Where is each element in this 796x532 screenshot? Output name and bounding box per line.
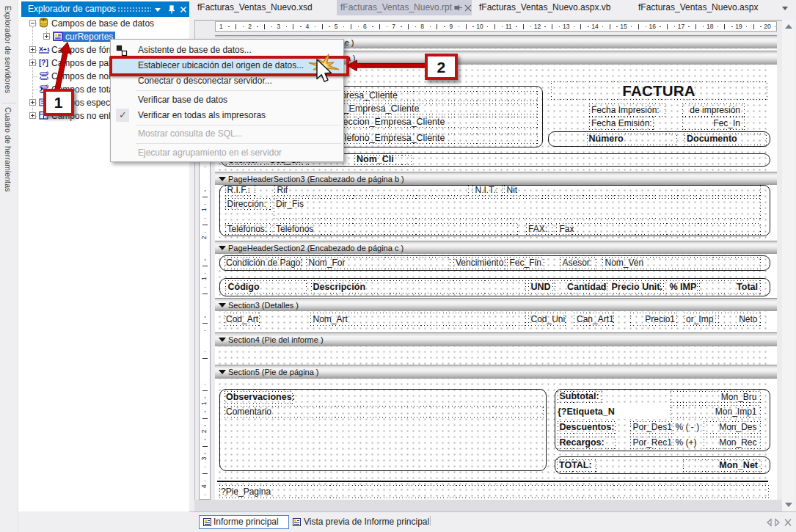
tab-scroll-left-icon[interactable]	[766, 518, 792, 527]
piepagina-text[interactable]: ?Pie_Pagina	[221, 487, 271, 497]
expand-icon[interactable]	[29, 112, 36, 119]
field-explorer-titlebar[interactable]: Explorador de campos	[21, 1, 189, 17]
descuentos-text[interactable]: Descuentos:	[560, 422, 615, 433]
tab-fFacturas_Ventas_Nuevo.aspx.vb[interactable]: fFacturas_Ventas_Nuevo.aspx.vb	[479, 2, 610, 12]
codart-text[interactable]: Cod_Art	[226, 314, 258, 324]
callout-number: 2	[437, 59, 445, 76]
asesor-text[interactable]: Asesor:	[563, 258, 593, 268]
observaciones-text[interactable]: Observaciones:	[226, 392, 295, 403]
collapse-icon[interactable]	[29, 20, 36, 26]
descripcion-text[interactable]: Descripción	[313, 282, 366, 293]
tab-fFacturas_Ventas_Nuevo.xsd[interactable]: fFacturas_Ventas_Nuevo.xsd	[197, 2, 313, 12]
monimp-text[interactable]: Mon_Imp1	[715, 407, 757, 417]
cli-row2-text[interactable]: Rif_Empresa_Cliente	[332, 103, 419, 114]
expand-icon[interactable]	[29, 46, 36, 53]
vencimiento-text[interactable]: Vencimiento:	[456, 258, 506, 268]
subtotal-text[interactable]: Subtotal:	[560, 391, 599, 402]
totalrow-text[interactable]: TOTAL:	[559, 460, 592, 471]
fechaemi-value-text[interactable]: Fec_In	[713, 118, 740, 128]
nit-field-text[interactable]: Nit	[507, 185, 518, 195]
cantidad-text[interactable]: Cantidad	[567, 282, 606, 293]
cli-row4-text[interactable]: Telefono_Empresa_Cliente	[335, 133, 445, 144]
rif-field[interactable]	[274, 185, 469, 196]
pimp-text[interactable]: % IMP	[670, 282, 697, 293]
nomcli-text[interactable]: Nom_Cli	[357, 154, 394, 165]
condpago-text[interactable]: Condición de Pago:	[226, 258, 303, 268]
titlebar-grip[interactable]	[117, 7, 151, 13]
rif-field-text[interactable]: Rif	[277, 185, 288, 195]
recargos-text[interactable]: Recargos:	[560, 437, 605, 448]
menu-item-verificar-en-todas-als-impresoras[interactable]: Verificar en todas als impresoras✓	[112, 108, 343, 123]
und-text[interactable]: UND	[531, 282, 551, 293]
nomfor-text[interactable]: Nom_For	[309, 258, 346, 268]
fecfin-text[interactable]: Fec_Fin	[510, 258, 541, 268]
pordes-text[interactable]: Por_Des1	[633, 422, 672, 432]
dirfis-field-text[interactable]: Dir_Fis	[276, 199, 304, 209]
vertical-scrollbar[interactable]	[782, 20, 795, 512]
monbru-text[interactable]: Mon_Bru	[721, 392, 757, 402]
sidebar-tab-cuadro-herramientas[interactable]: Cuadro de herramientas	[4, 107, 12, 192]
neto-text[interactable]: Neto	[739, 314, 757, 324]
coduni-text[interactable]: Cod_Uni	[531, 314, 566, 324]
window-position-icon[interactable]	[152, 4, 164, 15]
nit-label-text[interactable]: N.I.T.:	[475, 185, 498, 195]
menu-item-verificar-base-de-datos[interactable]: Verificar base de datos	[112, 92, 343, 108]
expand-icon[interactable]	[29, 99, 36, 106]
mondes-text[interactable]: Mon_Des	[719, 422, 756, 432]
tab-label: fFacturas_Ventas_Nuevo.rpt	[340, 2, 452, 12]
cli-row3-text[interactable]: Direccion_Empresa_Cliente	[332, 117, 445, 128]
factura-title[interactable]: FACTURA	[622, 81, 695, 100]
scroll-up-icon[interactable]	[785, 24, 792, 29]
tab-vista-previa[interactable]: Vista previa de Informe principal	[304, 517, 429, 527]
report-design-icon	[203, 518, 211, 526]
expand-icon[interactable]	[29, 59, 36, 66]
menu-item-ejecutar-agrupamiento-en-el-servidor[interactable]: Ejecutar agrupamiento en el servidor	[112, 145, 343, 161]
fechaimp-value-text[interactable]: de impresión	[690, 105, 740, 115]
fechaimp-label-text[interactable]: Fecha Impresión:	[591, 105, 660, 115]
fax-label-text[interactable]: FAX:	[528, 224, 547, 234]
menu-check-box: ✓	[116, 109, 129, 122]
canart-text[interactable]: Can_Art1	[577, 314, 614, 324]
monrec-text[interactable]: Mon_Rec	[719, 437, 756, 448]
nomven-text[interactable]: Nom_Ven	[605, 258, 644, 268]
horizontal-scrollbar[interactable]	[194, 500, 782, 512]
codigo-text[interactable]: Código	[228, 282, 260, 293]
monnet-text[interactable]: Mon_Net	[719, 460, 758, 471]
tab-fFacturas_Ventas_Nuevo.aspx[interactable]: fFacturas_Ventas_Nuevo.aspx	[638, 2, 758, 12]
porrec-text[interactable]: Por_Rec1	[633, 437, 672, 448]
documento-text[interactable]: Documento	[687, 134, 737, 145]
telefonos-label-text[interactable]: Teléfonos:	[227, 224, 268, 234]
pin-icon[interactable]	[166, 4, 178, 15]
nit-field[interactable]	[504, 185, 761, 196]
tab-rpt-active[interactable]: fFacturas_Ventas_Nuevo.rpt	[337, 0, 472, 15]
comentario-text[interactable]: Comentario	[226, 407, 271, 417]
fax-field[interactable]	[556, 223, 761, 235]
nomart-text[interactable]: Nom_Art	[313, 314, 348, 324]
menu-separator	[136, 125, 341, 125]
tab-close-icon[interactable]	[463, 3, 473, 13]
menu-item-mostrar-consulta-de-sql[interactable]: Mostrar consulta de SQL...	[112, 126, 343, 142]
tab-list-dropdown-icon[interactable]	[782, 7, 788, 10]
etiqueta-text[interactable]: {?Etiqueta_N	[558, 407, 615, 418]
tree-item-campos-de-base-de-datos[interactable]: Campos de base de datos	[18, 17, 189, 30]
direccion-label-text[interactable]: Dirección:	[227, 199, 266, 209]
numero-text[interactable]: Número	[589, 134, 624, 145]
orimp-text[interactable]: or_Imp	[686, 314, 713, 324]
sidebar-tab-explorador-servidores[interactable]: Explorador de servidores	[4, 6, 12, 93]
close-icon[interactable]	[178, 4, 189, 15]
porrec-pct-text[interactable]: % (+)	[676, 437, 697, 448]
fax-field-text[interactable]: Fax	[560, 224, 574, 234]
scroll-down-icon[interactable]	[785, 503, 792, 507]
application-window: Explorador de servidores Cuadro de herra…	[0, 0, 796, 532]
precio1-text[interactable]: Precio1	[645, 314, 675, 324]
footer-line[interactable]	[217, 481, 768, 482]
fechaemi-label-text[interactable]: Fecha Emisión:	[591, 118, 652, 128]
preciounit-text[interactable]: Precio Unit.	[612, 282, 662, 293]
pordes-pct-text[interactable]: % ( - )	[676, 422, 700, 432]
comentario-field[interactable]	[224, 406, 544, 418]
telefonos-field-text[interactable]: Telefonos	[276, 224, 313, 234]
totalcol-text[interactable]: Total	[737, 282, 758, 293]
rif-label-text[interactable]: R.I.F.:	[227, 185, 250, 195]
dirfis-field[interactable]	[274, 198, 761, 219]
piepagina-field[interactable]	[219, 485, 769, 498]
